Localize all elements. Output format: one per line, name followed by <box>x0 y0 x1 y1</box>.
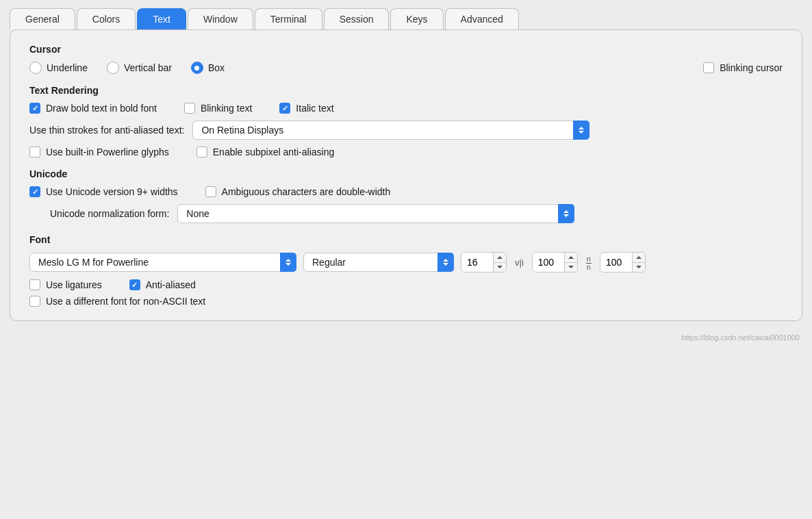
subpixel-checkbox[interactable] <box>196 147 207 157</box>
text-rendering-row1: Draw bold text in bold font Blinking tex… <box>29 103 783 114</box>
cursor-vertical-bar-label: Vertical bar <box>124 62 172 73</box>
anti-aliased-item[interactable]: Anti-aliased <box>129 279 196 290</box>
cursor-vertical-bar[interactable]: Vertical bar <box>107 62 172 74</box>
unicode-row1: Use Unicode version 9+ widths Ambiguous … <box>29 186 783 197</box>
unicode-norm-label: Unicode normalization form: <box>50 208 169 219</box>
italic-text-item[interactable]: Italic text <box>279 103 333 114</box>
tab-general[interactable]: General <box>10 8 75 29</box>
vi-up-arrow <box>568 256 574 259</box>
powerline-checkbox[interactable] <box>29 147 40 157</box>
watermark: https://blog.csdn.net/caicai0001000 <box>0 331 812 342</box>
powerline-label: Use built-in Powerline glyphs <box>46 147 169 157</box>
font-family-select[interactable]: Meslo LG M for Powerline <box>29 253 296 272</box>
blinking-cursor-label: Blinking cursor <box>720 62 783 73</box>
font-size-spinbox[interactable] <box>461 252 507 273</box>
font-row2: Use ligatures Anti-aliased <box>29 279 783 290</box>
blinking-text-item[interactable]: Blinking text <box>184 103 252 114</box>
cursor-box-radio[interactable] <box>191 62 203 74</box>
font-size-arrows <box>493 253 506 272</box>
font-size-input[interactable] <box>461 253 493 271</box>
blinking-cursor-checkbox[interactable] <box>703 62 714 73</box>
fraction-down[interactable] <box>633 263 645 273</box>
vi-arrows <box>564 253 577 272</box>
non-ascii-checkbox[interactable] <box>29 296 40 307</box>
tab-text[interactable]: Text <box>137 8 186 29</box>
anti-aliased-checkbox[interactable] <box>129 279 140 290</box>
ligatures-checkbox[interactable] <box>29 279 40 290</box>
unicode-version-item[interactable]: Use Unicode version 9+ widths <box>29 186 178 197</box>
font-family-select-container: Meslo LG M for Powerline <box>29 253 296 272</box>
blinking-text-checkbox[interactable] <box>184 103 195 114</box>
font-row3: Use a different font for non-ASCII text <box>29 296 783 307</box>
font-style-select[interactable]: Regular Bold Italic <box>303 253 454 272</box>
font-size-down-arrow <box>497 266 503 268</box>
unicode-norm-row: Unicode normalization form: None NFC NFD… <box>29 204 783 223</box>
cursor-underline-label: Underline <box>47 62 88 73</box>
font-size-down[interactable] <box>494 263 506 273</box>
vi-down[interactable] <box>565 263 577 273</box>
powerline-item[interactable]: Use built-in Powerline glyphs <box>29 147 169 157</box>
font-size-up-arrow <box>497 256 503 259</box>
non-ascii-item[interactable]: Use a different font for non-ASCII text <box>29 296 205 307</box>
main-container: General Colors Text Window Terminal Sess… <box>0 0 812 519</box>
cursor-section-header: Cursor <box>29 44 783 55</box>
fraction-input[interactable] <box>600 253 632 271</box>
fraction-down-arrow <box>636 266 642 268</box>
tab-keys[interactable]: Keys <box>390 8 443 29</box>
ambiguous-item[interactable]: Ambiguous characters are double-width <box>205 186 391 197</box>
italic-text-checkbox[interactable] <box>279 103 290 114</box>
draw-bold-label: Draw bold text in bold font <box>46 103 157 114</box>
draw-bold-item[interactable]: Draw bold text in bold font <box>29 103 157 114</box>
cursor-box[interactable]: Box <box>191 62 225 74</box>
tab-advanced[interactable]: Advanced <box>445 8 519 29</box>
font-style-select-container: Regular Bold Italic <box>303 253 454 272</box>
font-size-up[interactable] <box>494 253 506 263</box>
thin-strokes-row: Use thin strokes for anti-aliased text: … <box>29 121 783 140</box>
unicode-norm-select[interactable]: None NFC NFD NFKC NFKD <box>177 204 574 223</box>
cursor-box-label: Box <box>208 62 225 73</box>
cursor-underline[interactable]: Underline <box>29 62 88 74</box>
vi-input[interactable] <box>533 253 564 271</box>
italic-text-label: Italic text <box>296 103 333 114</box>
vi-up[interactable] <box>565 253 577 263</box>
tab-content: Cursor Underline Vertical bar Box Blinki… <box>10 29 802 321</box>
subpixel-label: Enable subpixel anti-aliasing <box>213 147 334 157</box>
blinking-text-label: Blinking text <box>201 103 252 114</box>
draw-bold-checkbox[interactable] <box>29 103 40 114</box>
cursor-vertical-bar-radio[interactable] <box>107 62 119 74</box>
unicode-version-checkbox[interactable] <box>29 186 40 197</box>
unicode-section-header: Unicode <box>29 168 783 179</box>
font-section-header: Font <box>29 234 783 245</box>
fraction-label: nn <box>586 253 592 271</box>
thin-strokes-select[interactable]: On Retina Displays Always Never Automati… <box>192 121 589 140</box>
cursor-underline-radio[interactable] <box>29 62 42 74</box>
tab-colors[interactable]: Colors <box>77 8 136 29</box>
ambiguous-checkbox[interactable] <box>205 186 216 197</box>
vi-spinbox[interactable] <box>532 252 578 273</box>
fraction-up[interactable] <box>633 253 645 263</box>
text-rendering-section-header: Text Rendering <box>29 85 783 96</box>
blinking-cursor-group: Blinking cursor <box>703 62 783 73</box>
non-ascii-label: Use a different font for non-ASCII text <box>46 296 205 307</box>
fraction-spinbox[interactable] <box>600 252 646 273</box>
tab-window[interactable]: Window <box>188 8 253 29</box>
tab-terminal[interactable]: Terminal <box>255 8 322 29</box>
tab-bar: General Colors Text Window Terminal Sess… <box>0 0 812 29</box>
ligatures-label: Use ligatures <box>46 279 102 290</box>
powerline-row: Use built-in Powerline glyphs Enable sub… <box>29 147 783 157</box>
anti-aliased-label: Anti-aliased <box>146 279 196 290</box>
thin-strokes-select-container: On Retina Displays Always Never Automati… <box>192 121 589 140</box>
thin-strokes-label: Use thin strokes for anti-aliased text: <box>29 125 184 136</box>
unicode-norm-select-container: None NFC NFD NFKC NFKD <box>177 204 574 223</box>
ligatures-item[interactable]: Use ligatures <box>29 279 102 290</box>
cursor-type-group: Underline Vertical bar Box Blinking curs… <box>29 62 783 74</box>
fraction-arrows <box>632 253 645 272</box>
subpixel-item[interactable]: Enable subpixel anti-aliasing <box>196 147 334 157</box>
tab-session[interactable]: Session <box>324 8 390 29</box>
unicode-version-label: Use Unicode version 9+ widths <box>46 186 178 197</box>
ambiguous-label: Ambiguous characters are double-width <box>222 186 391 197</box>
font-row1: Meslo LG M for Powerline Regular Bold It… <box>29 252 783 273</box>
vi-label: v|i <box>515 257 524 268</box>
fraction-up-arrow <box>636 256 642 259</box>
vi-down-arrow <box>568 266 574 268</box>
